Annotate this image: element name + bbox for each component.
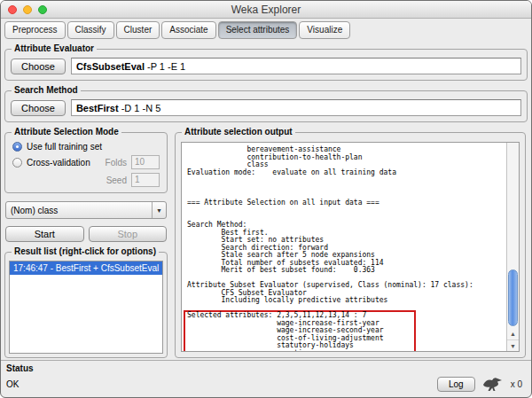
output-area: bereavement-assistance contribution-to-h… [181,142,520,352]
output-line [187,207,506,215]
tab-cluster[interactable]: Cluster [116,21,160,39]
attribute-evaluator-group: Attribute Evaluator Choose CfsSubsetEval… [4,49,528,81]
full-training-set-label: Use full training set [27,142,102,152]
seed-input[interactable]: 1 [131,173,160,187]
attribute-selection-output-group: Attribute selection output bereavement-a… [175,132,526,358]
tab-preprocess[interactable]: Preprocess [4,21,66,39]
left-panel: Attribute Selection Mode Use full traini… [1,124,171,360]
status-title: Status [6,363,526,373]
attribute-selection-mode-group: Attribute Selection Mode Use full traini… [4,132,168,193]
attribute-evaluator-title: Attribute Evaluator [12,43,97,53]
status-message: OK [6,379,19,389]
seed-label: Seed [106,176,127,185]
radio-cross-validation[interactable] [12,158,22,168]
search-choose-button[interactable]: Choose [11,100,66,116]
output-line: vacation [187,350,414,352]
stop-button[interactable]: Stop [89,226,168,242]
evaluator-scheme-options: -P 1 -E 1 [145,61,185,72]
close-window-button[interactable] [8,5,17,14]
evaluator-scheme-name: CfsSubsetEval [76,61,145,72]
search-scheme-options: -D 1 -N 5 [119,103,161,113]
result-list[interactable]: 17:46:47 - BestFirst + CfsSubsetEval [9,261,163,354]
title-bar[interactable]: Weka Explorer [1,1,531,19]
search-scheme-name: BestFirst [76,103,119,113]
scroll-up-icon[interactable]: ▲ [507,328,519,339]
scrollbar-thumb[interactable] [508,269,518,326]
status-section: Status OK Log x 0 [1,360,531,397]
folds-label: Folds [106,158,127,168]
weka-bird-icon[interactable] [481,376,505,392]
vertical-scrollbar[interactable]: ▲ ▼ [506,143,519,351]
zoom-window-button[interactable] [38,5,47,14]
tab-visualize[interactable]: Visualize [299,21,350,39]
output-text[interactable]: bereavement-assistance contribution-to-h… [182,143,506,351]
search-scheme-field[interactable]: BestFirst -D 1 -N 5 [71,99,521,116]
result-list-item[interactable]: 17:46:47 - BestFirst + CfsSubsetEval [10,261,162,275]
output-line: === Attribute Selection on all input dat… [187,199,506,207]
result-list-title: Result list (right-click for options) [12,246,159,256]
tab-classify[interactable]: Classify [67,21,114,39]
output-line [187,184,506,192]
attribute-selection-mode-title: Attribute Selection Mode [12,127,121,137]
search-method-group: Search Method Choose BestFirst -D 1 -N 5 [4,90,528,122]
window-controls [8,5,47,14]
start-button[interactable]: Start [5,226,84,242]
cross-validation-label: Cross-validation [27,158,90,168]
log-button[interactable]: Log [437,377,475,392]
weka-run-counter: x 0 [511,379,522,389]
chevron-down-icon: ▼ [152,202,166,218]
highlight-annotation: Selected attributes: 2,3,5,11,12,13,14 :… [184,310,416,351]
output-line: Evaluation mode: evaluate on all trainin… [187,169,506,177]
right-panel: Attribute selection output bereavement-a… [171,124,531,360]
attribute-selection-output-title: Attribute selection output [182,127,295,137]
radio-use-full-training-set[interactable] [12,142,22,152]
output-line [187,176,506,184]
output-line: Including locally predictive attributes [187,297,506,305]
output-line: Merit of best subset found: 0.363 [187,267,506,275]
main-area: Attribute Selection Mode Use full traini… [1,124,531,360]
result-list-group: Result list (right-click for options) 17… [4,252,168,358]
search-method-title: Search Method [12,85,81,95]
class-attribute-value: (Nom) class [6,206,152,215]
tab-associate[interactable]: Associate [161,21,215,39]
evaluator-scheme-field[interactable]: CfsSubsetEval -P 1 -E 1 [71,58,521,74]
class-attribute-selector[interactable]: (Nom) class ▼ [5,201,167,219]
evaluator-choose-button[interactable]: Choose [11,59,66,74]
window-title: Weka Explorer [231,4,301,16]
scroll-down-icon[interactable]: ▼ [507,339,519,351]
tab-bar: PreprocessClassifyClusterAssociateSelect… [1,19,531,41]
folds-input[interactable]: 10 [131,155,160,169]
weka-explorer-window: Weka Explorer PreprocessClassifyClusterA… [0,0,532,398]
minimize-window-button[interactable] [23,5,32,14]
tab-select-attributes[interactable]: Select attributes [218,21,298,39]
